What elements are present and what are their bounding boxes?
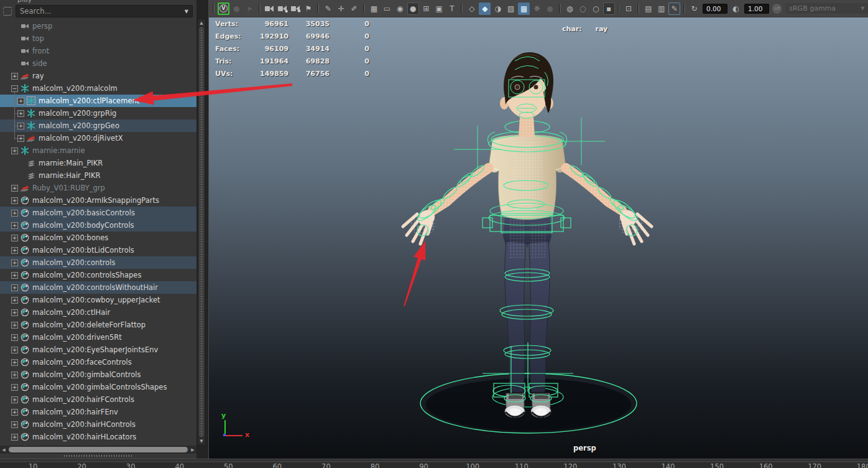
outliner-row-malcolm-v200-bodycontrols[interactable]: +malcolm_v200:bodyControls (0, 219, 196, 232)
outliner-row-malcolm-v200-btlidcontrols[interactable]: +malcolm_v200:btLidControls (0, 244, 196, 256)
expand-toggle-icon[interactable]: + (11, 210, 18, 217)
outliner-row-malcolm-v200-grpgeo[interactable]: +malcolm_v200:grpGeo (0, 119, 196, 132)
outliner-row-malcolm-v200-bones[interactable]: +malcolm_v200:bones (0, 232, 196, 244)
outliner-row-ray[interactable]: +ray (0, 70, 196, 82)
safe-title-icon[interactable]: T (446, 2, 458, 15)
camera-icon[interactable] (264, 2, 275, 15)
renderer-vp2-icon[interactable]: V (218, 2, 229, 15)
gate-mask-icon[interactable]: ● (407, 2, 419, 15)
outliner-row-malcolm-v200-hairfenv[interactable]: +malcolm_v200:hairFEnv (0, 406, 196, 418)
hscroll-handle[interactable] (9, 447, 188, 452)
smooth-shaded-icon[interactable]: ◆ (479, 2, 491, 15)
timeline-tick-170[interactable]: 170 (803, 462, 826, 468)
timeline-tick-160[interactable]: 160 (755, 462, 777, 468)
expand-toggle-icon[interactable]: + (17, 123, 24, 129)
gamma-icon[interactable]: ◐ (730, 2, 742, 15)
search-input[interactable]: Search... ▼ (16, 5, 193, 17)
camera-lock-icon[interactable]: ▪ (277, 2, 289, 15)
timeline-tick-130[interactable]: 130 (608, 462, 630, 468)
expand-toggle-icon[interactable]: + (11, 434, 18, 441)
field-chart-icon[interactable]: ⊞ (420, 2, 432, 15)
lighting-icon[interactable]: ☼ (531, 2, 543, 15)
expand-toggle-icon[interactable]: + (11, 297, 18, 304)
outliner-row-marnie-hair-pikr[interactable]: +marnie:Hair_PIKR (0, 169, 196, 182)
outliner-row-malcolm-v200-hairfcontrols[interactable]: +malcolm_v200:hairFControls (0, 393, 196, 406)
timeline-tick-80[interactable]: 80 (364, 462, 386, 468)
antialias-icon[interactable]: ○ (590, 2, 602, 15)
grid-icon[interactable]: ▦ (368, 2, 380, 15)
outliner-row-malcolm-v200-eyeshaperjointsenv[interactable]: +malcolm_v200:EyeShaperJointsEnv (0, 344, 196, 356)
expand-toggle-icon[interactable]: + (11, 384, 18, 391)
snapshot-icon[interactable]: ▤ (642, 2, 654, 15)
occlusion-icon[interactable]: ◍ (564, 2, 576, 15)
expand-toggle-icon[interactable]: + (11, 322, 18, 329)
grease-pencil-icon[interactable]: ✎ (322, 2, 334, 15)
expand-toggle-icon[interactable]: + (11, 372, 18, 378)
outliner-row-top[interactable]: +top (0, 32, 196, 45)
timeline-tick-30[interactable]: 30 (119, 462, 142, 468)
wireframe-icon[interactable]: ◇ (466, 2, 478, 15)
wireframe-on-shaded-icon[interactable]: ◑ (492, 2, 504, 15)
panel-resize-dots[interactable] (64, 455, 132, 457)
outliner-row-marnie-marnie[interactable]: +marnie:marnie (0, 144, 196, 157)
expand-toggle-icon[interactable]: + (17, 98, 24, 105)
expand-toggle-icon[interactable]: + (11, 334, 18, 341)
select-highlight-icon[interactable]: ● (231, 2, 242, 15)
timeline-tick-60[interactable]: 60 (266, 462, 289, 468)
outliner-row-malcolm-v200-controlswithouthair[interactable]: +malcolm_v200:controlsWithoutHair (0, 281, 196, 294)
isolate-select-icon[interactable]: ⊡ (622, 2, 634, 15)
outliner-row-front[interactable]: +front (0, 45, 196, 57)
vscroll-handle[interactable] (199, 27, 204, 437)
scroll-up-arrow-icon[interactable]: ▲ (198, 21, 205, 26)
outliner-row-malcolm-v200-controlsshapes[interactable]: +malcolm_v200:controlsShapes (0, 269, 196, 281)
outliner-row-malcolm-v200-gimbalcontrolsshapes[interactable]: +malcolm_v200:gimbalControlsShapes (0, 381, 196, 393)
expand-toggle-icon[interactable]: + (11, 73, 18, 80)
outliner-row-side[interactable]: +side (0, 57, 196, 70)
expand-toggle-icon[interactable]: + (11, 222, 18, 229)
snapshot-2-icon[interactable]: ▥ (655, 2, 667, 15)
time-slider[interactable]: 1020304050607080901001101201301401501601… (0, 459, 868, 468)
outliner-row-ruby-v01-ruby-grp[interactable]: +Ruby_V01:RUBY_grp (0, 182, 196, 194)
expand-toggle-icon[interactable]: + (11, 260, 18, 266)
timeline-tick-70[interactable]: 70 (315, 462, 337, 468)
expand-toggle-icon[interactable]: + (11, 147, 18, 154)
expand-toggle-icon[interactable]: + (17, 110, 24, 117)
expand-toggle-icon[interactable]: + (11, 309, 18, 316)
brush-icon[interactable]: ✐ (348, 2, 360, 15)
expand-toggle-icon[interactable]: + (11, 235, 18, 241)
color-refresh-icon[interactable]: ↻ (688, 2, 700, 15)
outliner-row-malcolm-v200-djrivetx[interactable]: +malcolm_v200:djRivetX (0, 132, 196, 144)
safe-action-icon[interactable]: ▣ (433, 2, 445, 15)
outliner-row-malcolm-v200-driven5rt[interactable]: +malcolm_v200:driven5Rt (0, 331, 196, 344)
scroll-left-arrow-icon[interactable]: ◀ (0, 447, 7, 452)
outliner-row-malcolm-v200-deleteforflattop[interactable]: +malcolm_v200:deleteForFlattop (0, 319, 196, 331)
outliner-row-marnie-main-pikr[interactable]: +marnie:Main_PIKR (0, 157, 196, 169)
expand-toggle-icon[interactable]: + (11, 347, 18, 353)
textured-icon[interactable]: ▧ (505, 2, 517, 15)
expand-toggle-icon[interactable]: + (11, 284, 18, 291)
timeline-tick-180[interactable]: 180 (852, 462, 868, 468)
expand-toggle-icon[interactable]: + (11, 409, 18, 416)
outliner-row-malcolm-v200-malcolm[interactable]: −malcolm_v200:malcolm (0, 82, 196, 95)
expand-toggle-icon[interactable]: + (17, 135, 24, 142)
outliner-row-malcolm-v200-hairhlocators[interactable]: +malcolm_v200:hairHLocators (0, 431, 196, 443)
default-material-icon[interactable]: ▩ (518, 2, 530, 15)
timeline-tick-90[interactable]: 90 (413, 462, 435, 468)
timeline-tick-20[interactable]: 20 (71, 462, 93, 468)
multisample-icon[interactable]: ▪ (603, 2, 615, 15)
resolution-gate-icon[interactable]: ◉ (394, 2, 406, 15)
expand-toggle-icon[interactable]: + (11, 396, 18, 403)
bookmark-icon[interactable]: ⚑ (302, 2, 314, 15)
timeline-tick-100[interactable]: 100 (461, 462, 484, 468)
search-dropdown-arrow-icon[interactable]: ▼ (185, 9, 188, 14)
timeline-tick-150[interactable]: 150 (706, 462, 728, 468)
timeline-tick-140[interactable]: 140 (657, 462, 679, 468)
outliner-vscrollbar[interactable]: ▲ ▼ (197, 19, 206, 446)
outliner-row-persp[interactable]: +persp (0, 20, 196, 32)
scroll-right-arrow-icon[interactable]: ▶ (189, 447, 196, 452)
outliner-row-malcolm-v200-ctlhair[interactable]: +malcolm_v200:ctlHair (0, 306, 196, 319)
gamma-field[interactable]: 1.00 (744, 4, 769, 14)
outliner-row-malcolm-v200-ctlplacement[interactable]: +malcolm_v200:ctlPlacement (0, 95, 196, 107)
film-gate-icon[interactable]: ▭ (381, 2, 393, 15)
timeline-tick-120[interactable]: 120 (559, 462, 581, 468)
